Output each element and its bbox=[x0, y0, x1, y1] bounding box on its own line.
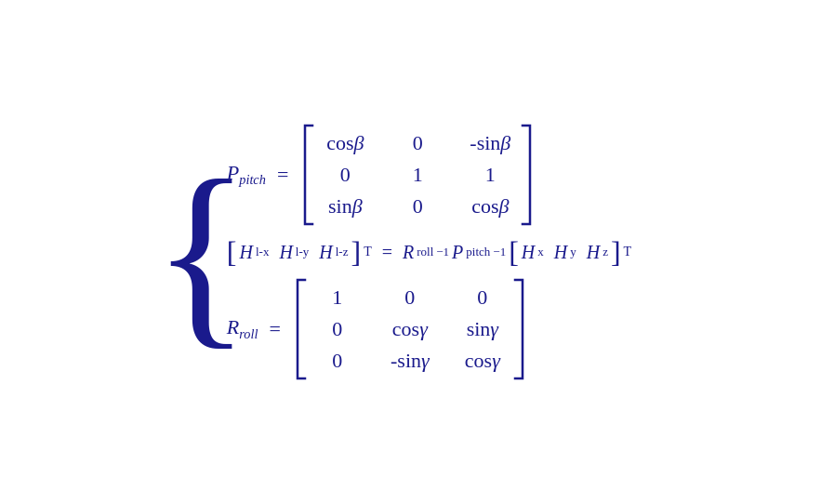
sq-bracket-left-2: [ bbox=[509, 237, 519, 267]
r-cell-33: cosγ bbox=[459, 349, 506, 373]
r-cell-22: cosγ bbox=[387, 317, 433, 341]
pitch-matrix-equation: Ppitch = cosβ 0 -sinβ 0 1 1 sinβ 0 cosβ bbox=[227, 124, 631, 226]
transpose-2: T bbox=[624, 245, 632, 259]
h-lz-sub: l-z bbox=[336, 245, 349, 259]
matrix-right-bracket bbox=[519, 124, 536, 226]
cell-23: 1 bbox=[467, 163, 513, 187]
roll-matrix-right-bracket bbox=[511, 278, 528, 380]
cell-33: cosβ bbox=[467, 194, 513, 219]
cell-11: cosβ bbox=[322, 131, 368, 155]
r-cell-12: 0 bbox=[387, 285, 433, 310]
middle-equation: [ Hl-x Hl-y Hl-z ] T = Rroll−1 Ppitch−1 … bbox=[227, 237, 631, 267]
equations-block: Ppitch = cosβ 0 -sinβ 0 1 1 sinβ 0 cosβ bbox=[227, 124, 631, 380]
r-roll-sub: roll bbox=[417, 245, 433, 259]
h-lz: H bbox=[319, 242, 332, 263]
h-y: H bbox=[554, 242, 567, 263]
cell-13: -sinβ bbox=[467, 131, 513, 155]
h-x-sub: x bbox=[537, 245, 544, 259]
equals-sign-2: = bbox=[382, 242, 392, 263]
neg-one-2: −1 bbox=[493, 245, 506, 259]
r-cell-13: 0 bbox=[459, 285, 506, 310]
cell-21: 0 bbox=[322, 163, 368, 187]
r-cell-31: 0 bbox=[314, 349, 361, 373]
pitch-matrix-cells: cosβ 0 -sinβ 0 1 1 sinβ 0 cosβ bbox=[318, 124, 517, 226]
cell-31: sinβ bbox=[322, 194, 368, 219]
neg-one-1: −1 bbox=[436, 245, 449, 259]
r-cell-23: sinγ bbox=[459, 317, 506, 341]
r-cell-32: -sinγ bbox=[387, 349, 433, 373]
cell-12: 0 bbox=[394, 131, 441, 155]
h-ly-sub: l-y bbox=[296, 245, 309, 259]
h-z: H bbox=[587, 242, 600, 263]
cell-32: 0 bbox=[394, 194, 441, 219]
h-ly: H bbox=[279, 242, 292, 263]
roll-matrix-equation: Rroll = 1 0 0 0 cosγ sinγ 0 -sinγ cosγ bbox=[227, 278, 631, 380]
pitch-matrix: cosβ 0 -sinβ 0 1 1 sinβ 0 cosβ bbox=[299, 124, 536, 226]
sq-bracket-right-2: ] bbox=[611, 237, 621, 267]
r-roll-label: R bbox=[403, 242, 414, 263]
cell-22: 1 bbox=[394, 163, 441, 187]
roll-matrix-cells: 1 0 0 0 cosγ sinγ 0 -sinγ cosγ bbox=[311, 278, 510, 380]
h-y-sub: y bbox=[570, 245, 576, 259]
r-cell-11: 1 bbox=[314, 285, 361, 310]
transpose-1: T bbox=[364, 245, 372, 259]
h-x: H bbox=[522, 242, 535, 263]
main-content: { Ppitch = cosβ 0 -sinβ 0 1 1 sinβ 0 bbox=[152, 105, 669, 399]
equals-sign-1: = bbox=[277, 163, 288, 187]
p-pitch-sub-2: pitch bbox=[466, 245, 490, 259]
roll-matrix-left-bracket bbox=[292, 278, 309, 380]
p-pitch-label-2: P bbox=[452, 242, 463, 263]
h-z-sub: z bbox=[603, 245, 608, 259]
r-cell-21: 0 bbox=[314, 317, 361, 341]
equals-sign-3: = bbox=[269, 317, 280, 341]
big-curly-brace: { bbox=[152, 105, 251, 399]
h-lx-sub: l-x bbox=[256, 245, 269, 259]
sq-bracket-right-1: ] bbox=[351, 237, 361, 267]
roll-matrix: 1 0 0 0 cosγ sinγ 0 -sinγ cosγ bbox=[292, 278, 528, 380]
matrix-left-bracket bbox=[299, 124, 316, 226]
